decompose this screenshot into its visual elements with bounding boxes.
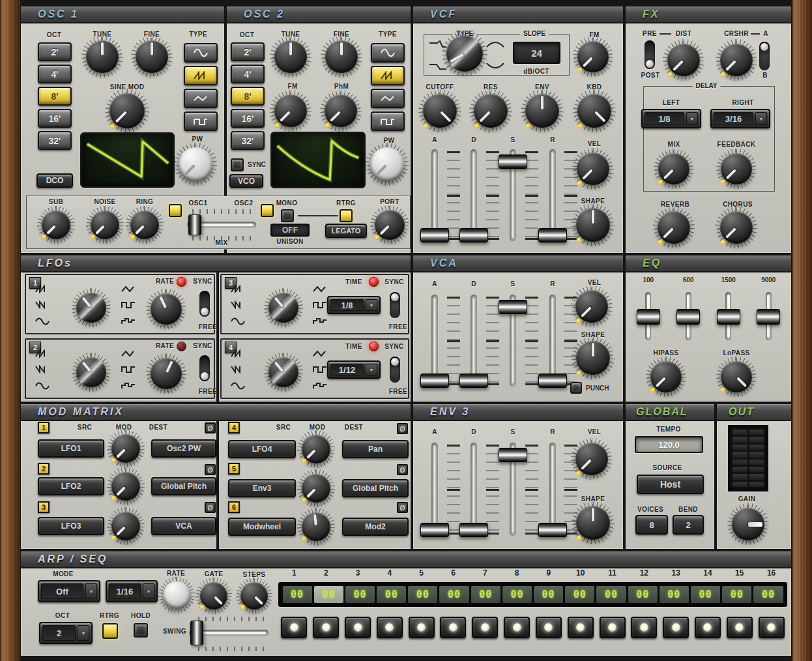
vcf-shape-knob[interactable] (576, 208, 610, 242)
osc2-sync-checkbox[interactable] (231, 158, 244, 171)
vcf-attack-slider[interactable] (420, 149, 449, 241)
legato-button[interactable]: LEGATO (325, 224, 367, 238)
osc1-mix-led-button[interactable] (169, 204, 182, 217)
bend-button[interactable]: 2 (673, 515, 704, 535)
step-toggle-button[interactable] (759, 617, 785, 638)
vcf-res-knob[interactable] (474, 94, 508, 128)
eq-band-slider[interactable] (717, 292, 740, 340)
step-toggle-button[interactable] (345, 617, 371, 638)
vca-vel-knob[interactable] (575, 290, 608, 323)
step-toggle-button[interactable] (568, 617, 594, 638)
vcf-decay-slider[interactable] (459, 149, 488, 241)
lfo4-sync-free-toggle[interactable] (390, 357, 400, 383)
vca-release-slider[interactable] (538, 295, 567, 387)
osc1-type-saw-button[interactable] (184, 66, 218, 85)
arp-hold-button[interactable] (134, 623, 148, 638)
fx-delay-right-dropdown[interactable]: 3/16▼ (710, 109, 770, 128)
step-toggle-button[interactable] (472, 617, 498, 638)
lfo4-time-dropdown[interactable]: 1/12▼ (327, 360, 381, 379)
vca-decay-slider[interactable] (459, 295, 488, 387)
eq-hipass-knob[interactable] (650, 361, 682, 392)
arp-oct-dropdown[interactable]: 2▼ (39, 622, 93, 644)
step-toggle-button[interactable] (727, 617, 753, 638)
matrix-slot1-clear-button[interactable]: Ø (205, 422, 216, 433)
arp-rate-dropdown[interactable]: 1/16▼ (106, 580, 158, 602)
arp-rtrg-button[interactable] (102, 623, 118, 639)
osc2-tune-knob[interactable] (274, 40, 307, 73)
source-button[interactable]: Host (637, 475, 704, 494)
osc2-fm-knob[interactable] (274, 95, 307, 127)
osc1-dco-button[interactable]: DCO (36, 173, 73, 188)
matrix-slot2-dest-button[interactable]: Global Pitch (151, 477, 216, 495)
fx-crshr-knob[interactable] (720, 44, 753, 76)
vca-punch-checkbox[interactable] (570, 382, 582, 394)
matrix-slot6-dest-button[interactable]: Mod2 (342, 518, 409, 536)
matrix-slot2-mod-knob[interactable] (111, 472, 140, 501)
arp-swing-handle[interactable] (190, 621, 203, 645)
vca-sustain-slider[interactable] (499, 295, 527, 387)
matrix-slot2-clear-button[interactable]: Ø (205, 464, 216, 475)
osc2-oct-button[interactable]: 16' (231, 109, 265, 128)
step-toggle-button[interactable] (281, 617, 307, 638)
step-toggle-button[interactable] (440, 617, 466, 638)
arp-swing-slider[interactable] (189, 621, 268, 645)
port-knob[interactable] (375, 210, 405, 240)
mix-slider-handle[interactable] (188, 214, 201, 235)
osc2-type-saw-button[interactable] (371, 66, 405, 85)
arp-rate-knob[interactable] (163, 581, 190, 609)
fx-ab-toggle[interactable] (759, 42, 770, 70)
fx-mix-knob[interactable] (658, 153, 689, 184)
fx-delay-left-dropdown[interactable]: 1/8▼ (641, 109, 701, 128)
matrix-slot2-src-button[interactable]: LFO2 (38, 477, 104, 495)
vcf-type-knob[interactable] (446, 35, 483, 72)
gain-knob[interactable] (732, 508, 764, 540)
matrix-slot1-mod-knob[interactable] (111, 434, 140, 463)
matrix-slot6-clear-button[interactable]: Ø (397, 502, 408, 513)
matrix-slot3-dest-button[interactable]: VCA (151, 517, 216, 535)
osc2-type-sine-button[interactable] (371, 43, 405, 63)
osc1-oct-button[interactable]: 4' (38, 65, 72, 83)
osc1-oct-button[interactable]: 16' (38, 109, 72, 128)
unison-display[interactable]: OFF (270, 224, 310, 237)
step-toggle-button[interactable] (504, 617, 530, 638)
osc2-fine-knob[interactable] (325, 40, 358, 73)
eq-band-slider[interactable] (637, 292, 660, 340)
arp-gate-knob[interactable] (200, 582, 227, 610)
vcf-vel-knob[interactable] (577, 153, 609, 185)
osc2-vco-button[interactable]: VCO (229, 174, 263, 188)
lfo2-rate-knob[interactable] (151, 358, 182, 389)
lfo1-rate-knob[interactable] (151, 293, 182, 325)
osc2-type-triangle-button[interactable] (371, 89, 405, 108)
matrix-slot4-src-button[interactable]: LFO4 (228, 440, 296, 458)
matrix-slot1-src-button[interactable]: LFO1 (38, 439, 104, 458)
noise-knob[interactable] (91, 211, 119, 239)
step-toggle-button[interactable] (409, 617, 435, 638)
osc1-type-square-button[interactable] (184, 111, 218, 131)
step-toggle-button[interactable] (631, 617, 657, 638)
osc1-type-triangle-button[interactable] (184, 89, 218, 108)
osc1-oct-button[interactable]: 8' (38, 87, 72, 106)
matrix-slot5-mod-knob[interactable] (302, 474, 330, 503)
eq-lopass-knob[interactable] (721, 361, 752, 392)
lfo4-wave-knob[interactable] (268, 357, 298, 387)
lfo2-wave-knob[interactable] (76, 357, 106, 387)
fx-reverb-knob[interactable] (658, 211, 690, 244)
vcf-slope-display[interactable]: 24 (513, 42, 560, 64)
voices-button[interactable]: 8 (635, 515, 668, 535)
osc2-pw-knob[interactable] (370, 147, 404, 181)
osc1-oct-button[interactable]: 2' (38, 42, 72, 61)
step-toggle-button[interactable] (377, 617, 403, 638)
osc1-fine-knob[interactable] (136, 40, 168, 73)
matrix-slot4-dest-button[interactable]: Pan (342, 440, 409, 458)
env3-attack-slider[interactable] (420, 443, 449, 536)
osc2-oct-button[interactable]: 2' (231, 42, 265, 61)
lfo2-sync-free-toggle[interactable] (199, 355, 210, 381)
lfo3-time-dropdown[interactable]: 1/8▼ (327, 296, 381, 314)
matrix-slot5-clear-button[interactable]: Ø (397, 464, 408, 475)
matrix-slot1-dest-button[interactable]: Osc2 PW (151, 439, 216, 458)
osc1-sinemod-knob[interactable] (109, 93, 145, 128)
step-toggle-button[interactable] (536, 617, 562, 638)
matrix-slot3-src-button[interactable]: LFO3 (38, 517, 104, 535)
vcf-cutoff-knob[interactable] (423, 94, 457, 128)
vca-shape-knob[interactable] (576, 341, 610, 375)
